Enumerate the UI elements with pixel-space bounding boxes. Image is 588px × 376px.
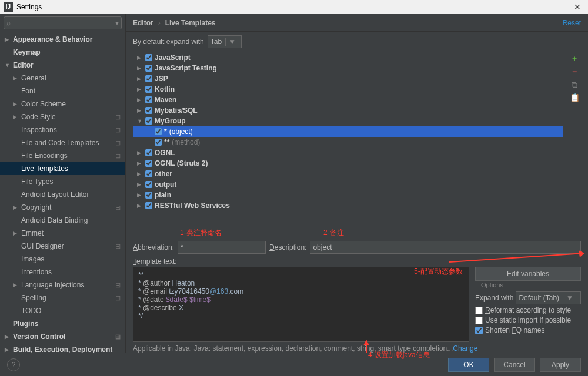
arrow-icon: ▶ xyxy=(13,282,19,288)
help-button[interactable]: ? xyxy=(7,358,20,371)
group-label: Maven xyxy=(155,96,176,104)
template-group[interactable]: ▶output xyxy=(133,179,563,190)
template-group[interactable]: ▶JavaScript Testing xyxy=(133,63,563,73)
arrow-icon: ▶ xyxy=(137,76,143,82)
chevron-down-icon[interactable]: ▾ xyxy=(115,19,119,27)
sidebar-item[interactable]: Spelling⊞ xyxy=(0,291,125,304)
sidebar-item-label: Code Style xyxy=(21,113,56,121)
expand-with-combo[interactable]: Default (Tab) ▼ xyxy=(516,291,581,304)
sidebar-item[interactable]: ▶Version Control⊞ xyxy=(0,330,125,343)
sidebar-item[interactable]: ▶Copyright⊞ xyxy=(0,201,125,214)
sidebar-item[interactable]: ▶Color Scheme xyxy=(0,98,125,110)
shorten-fq-check[interactable] xyxy=(475,327,483,334)
group-check[interactable] xyxy=(145,96,152,103)
crumb-editor[interactable]: Editor xyxy=(133,19,153,27)
template-item[interactable]: * (object) xyxy=(133,126,563,137)
sidebar-item-label: Appearance & Behavior xyxy=(13,35,92,43)
template-group[interactable]: ▶plain xyxy=(133,190,563,200)
template-item[interactable]: ** (method) xyxy=(133,137,563,147)
group-check[interactable] xyxy=(145,75,152,82)
sidebar-item[interactable]: TODO xyxy=(0,304,125,317)
options-title: Options xyxy=(479,281,506,288)
paste-button[interactable]: 📋 xyxy=(570,93,579,102)
sidebar-item[interactable]: File Encodings⊞ xyxy=(0,149,125,162)
item-check[interactable] xyxy=(155,128,162,135)
group-check[interactable] xyxy=(145,181,152,188)
desc-input[interactable] xyxy=(310,241,581,254)
sidebar-item[interactable]: ▶Build, Execution, Deployment xyxy=(0,343,125,352)
sidebar-item[interactable]: ▼Editor xyxy=(0,59,125,72)
sidebar-item-label: File Types xyxy=(21,177,53,186)
item-check[interactable] xyxy=(155,139,162,146)
change-link[interactable]: Change xyxy=(453,344,477,352)
template-group[interactable]: ▶Maven xyxy=(133,95,563,105)
sidebar-item[interactable]: File Types xyxy=(0,175,125,188)
copy-button[interactable]: ⧉ xyxy=(570,80,579,89)
search-box[interactable]: ⌕ ▾ xyxy=(4,16,122,29)
template-group[interactable]: ▶other xyxy=(133,169,563,179)
sidebar-item[interactable]: Android Data Binding xyxy=(0,214,125,227)
template-tree[interactable]: ▶JavaScript▶JavaScript Testing▶JSP▶Kotli… xyxy=(133,52,563,237)
sidebar-item[interactable]: Keymap xyxy=(0,46,125,59)
chevron-down-icon[interactable]: ▼ xyxy=(225,38,239,46)
sidebar-item[interactable]: File and Code Templates⊞ xyxy=(0,136,125,149)
group-check[interactable] xyxy=(145,160,152,167)
group-check[interactable] xyxy=(145,86,152,93)
chevron-down-icon[interactable]: ▼ xyxy=(563,294,576,302)
sidebar-item[interactable]: Intentions xyxy=(0,266,125,278)
sidebar-item[interactable]: ▶General xyxy=(0,72,125,85)
cancel-button[interactable]: Cancel xyxy=(494,358,535,372)
sidebar-item[interactable]: Images xyxy=(0,253,125,266)
sidebar-item[interactable]: Font xyxy=(0,85,125,98)
group-label: other xyxy=(155,170,172,178)
template-group[interactable]: ▶OGNL (Struts 2) xyxy=(133,158,563,169)
group-label: Mybatis/SQL xyxy=(155,106,198,115)
sidebar-item[interactable]: ▶Language Injections⊞ xyxy=(0,278,125,291)
options-group: Options Expand with Default (Tab) ▼ Refo… xyxy=(475,286,581,336)
group-check[interactable] xyxy=(145,107,152,114)
remove-button[interactable]: − xyxy=(570,67,579,76)
group-check[interactable] xyxy=(145,118,152,125)
edit-variables-button[interactable]: Edit variables xyxy=(475,267,581,281)
item-meta: (object) xyxy=(169,127,193,136)
template-group[interactable]: ▶JavaScript xyxy=(133,52,563,63)
static-import-check[interactable] xyxy=(475,317,483,324)
settings-sidebar: ⌕ ▾ ▶Appearance & BehaviorKeymap▼Editor▶… xyxy=(0,14,126,352)
template-group[interactable]: ▶OGNL xyxy=(133,147,563,158)
sidebar-item[interactable]: Inspections⊞ xyxy=(0,123,125,136)
close-icon[interactable]: ✕ xyxy=(570,2,584,12)
sidebar-item[interactable]: Android Layout Editor xyxy=(0,188,125,201)
template-group[interactable]: ▼MyGroup xyxy=(133,116,563,126)
reformat-check[interactable] xyxy=(475,307,483,314)
scope-badge: ⊞ xyxy=(115,333,121,341)
sidebar-item[interactable]: ▶Appearance & Behavior xyxy=(0,33,125,46)
group-check[interactable] xyxy=(145,192,152,199)
group-label: output xyxy=(155,180,176,189)
expand-combo[interactable]: Tab ▼ xyxy=(208,35,242,48)
sidebar-item[interactable]: Plugins xyxy=(0,317,125,330)
sidebar-item[interactable]: GUI Designer⊞ xyxy=(0,240,125,253)
sidebar-item[interactable]: ▶Code Style⊞ xyxy=(0,110,125,123)
search-input[interactable] xyxy=(13,19,115,27)
group-label: JavaScript xyxy=(155,53,191,62)
arrow-icon: ▶ xyxy=(5,36,11,42)
template-group[interactable]: ▶RESTful Web Services xyxy=(133,200,563,211)
group-check[interactable] xyxy=(145,202,152,209)
template-group[interactable]: ▶Kotlin xyxy=(133,84,563,95)
ok-button[interactable]: OK xyxy=(448,358,489,372)
sidebar-item[interactable]: Live Templates xyxy=(0,162,125,175)
reset-link[interactable]: Reset xyxy=(563,19,581,27)
group-check[interactable] xyxy=(145,54,152,61)
group-check[interactable] xyxy=(145,170,152,177)
apply-button[interactable]: Apply xyxy=(540,358,581,372)
add-button[interactable]: + xyxy=(570,54,579,63)
abbr-input[interactable] xyxy=(178,241,266,254)
group-check[interactable] xyxy=(145,65,152,72)
sidebar-item[interactable]: ▶Emmet xyxy=(0,227,125,240)
template-group[interactable]: ▶JSP xyxy=(133,73,563,84)
group-check[interactable] xyxy=(145,149,152,156)
template-toolbar: + − ⧉ 📋 xyxy=(568,52,581,237)
template-editor[interactable]: ** * @author Heaton * @email tzy70416450… xyxy=(133,267,469,342)
template-group[interactable]: ▶Mybatis/SQL xyxy=(133,105,563,116)
expand-row: By default expand with Tab ▼ xyxy=(126,32,588,52)
